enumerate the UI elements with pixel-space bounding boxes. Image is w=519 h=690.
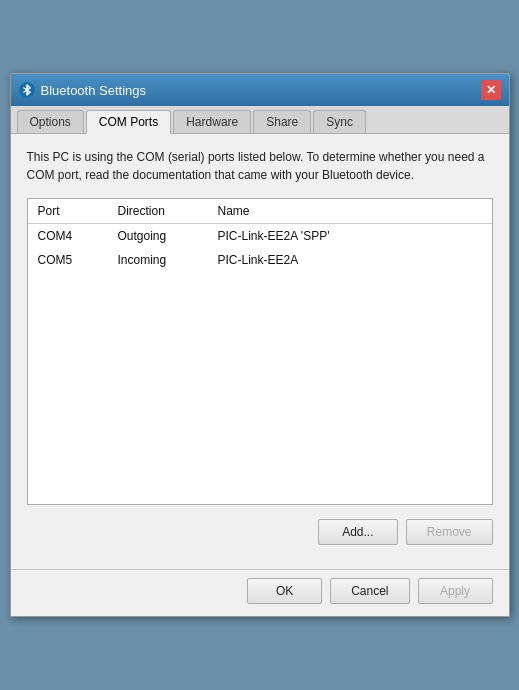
- title-bar: Bluetooth Settings ✕: [11, 74, 509, 106]
- add-button[interactable]: Add...: [318, 519, 398, 545]
- remove-button[interactable]: Remove: [406, 519, 493, 545]
- cancel-button[interactable]: Cancel: [330, 578, 409, 604]
- dialog-footer: OK Cancel Apply: [11, 569, 509, 616]
- bluetooth-icon: [19, 82, 35, 98]
- description-text: This PC is using the COM (serial) ports …: [27, 148, 493, 184]
- tab-hardware[interactable]: Hardware: [173, 110, 251, 133]
- cell-port: COM5: [34, 250, 114, 270]
- add-remove-buttons: Add... Remove: [27, 515, 493, 555]
- cell-name: PIC-Link-EE2A 'SPP': [214, 226, 486, 246]
- table-row[interactable]: COM4 Outgoing PIC-Link-EE2A 'SPP': [28, 224, 492, 248]
- header-port: Port: [34, 202, 114, 220]
- apply-button[interactable]: Apply: [418, 578, 493, 604]
- cell-direction: Outgoing: [114, 226, 214, 246]
- tab-com-ports[interactable]: COM Ports: [86, 110, 171, 134]
- tab-content: This PC is using the COM (serial) ports …: [11, 134, 509, 569]
- tab-sync[interactable]: Sync: [313, 110, 366, 133]
- table-body: COM4 Outgoing PIC-Link-EE2A 'SPP' COM5 I…: [28, 224, 492, 504]
- close-button[interactable]: ✕: [481, 80, 501, 100]
- bluetooth-settings-dialog: Bluetooth Settings ✕ Options COM Ports H…: [10, 73, 510, 617]
- title-bar-left: Bluetooth Settings: [19, 82, 147, 98]
- tab-options[interactable]: Options: [17, 110, 84, 133]
- tab-share[interactable]: Share: [253, 110, 311, 133]
- com-ports-table: Port Direction Name COM4 Outgoing PIC-Li…: [27, 198, 493, 505]
- tab-bar: Options COM Ports Hardware Share Sync: [11, 106, 509, 134]
- cell-direction: Incoming: [114, 250, 214, 270]
- ok-button[interactable]: OK: [247, 578, 322, 604]
- cell-port: COM4: [34, 226, 114, 246]
- table-row[interactable]: COM5 Incoming PIC-Link-EE2A: [28, 248, 492, 272]
- header-name: Name: [214, 202, 486, 220]
- cell-name: PIC-Link-EE2A: [214, 250, 486, 270]
- table-header-row: Port Direction Name: [28, 199, 492, 224]
- dialog-title: Bluetooth Settings: [41, 83, 147, 98]
- header-direction: Direction: [114, 202, 214, 220]
